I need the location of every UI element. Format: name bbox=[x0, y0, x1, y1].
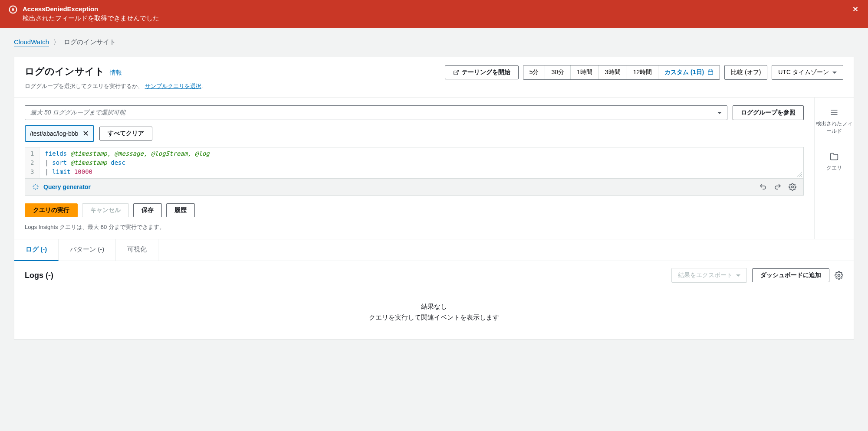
menu-icon bbox=[830, 108, 838, 117]
error-icon bbox=[9, 5, 17, 14]
chip-remove-button[interactable]: ✕ bbox=[82, 129, 89, 138]
redo-icon bbox=[774, 183, 782, 191]
time-3h[interactable]: 3時間 bbox=[599, 65, 627, 79]
error-banner: AccessDeniedException 検出されたフィールドを取得できません… bbox=[0, 0, 868, 28]
results-settings-button[interactable] bbox=[835, 271, 843, 280]
empty-state: 結果なし クエリを実行して関連イベントを表示します bbox=[14, 290, 854, 339]
chip-label: /test/abac/log-bbb bbox=[30, 130, 78, 137]
start-tailing-button[interactable]: テーリングを開始 bbox=[445, 65, 519, 79]
editor-gutter: 1 2 3 bbox=[25, 147, 39, 178]
settings-button[interactable] bbox=[789, 183, 796, 191]
gear-icon bbox=[835, 271, 843, 280]
folder-icon bbox=[830, 152, 838, 161]
undo-button[interactable] bbox=[759, 183, 767, 191]
error-title: AccessDeniedException bbox=[23, 5, 159, 13]
caret-down-icon bbox=[736, 274, 740, 277]
export-results-button[interactable]: 結果をエクスポート bbox=[671, 268, 747, 283]
compare-button[interactable]: 比較 (オフ) bbox=[724, 65, 767, 80]
query-generator-bar: Query generator bbox=[25, 179, 804, 196]
subtitle: ロググループを選択してクエリを実行するか、 サンプルクエリを選択. bbox=[25, 82, 203, 90]
browse-log-groups-button[interactable]: ロググループを参照 bbox=[733, 105, 804, 120]
info-link[interactable]: 情報 bbox=[110, 69, 122, 76]
breadcrumb-current: ログのインサイト bbox=[64, 38, 116, 46]
side-panel: 検出されたフィールド クエリ bbox=[815, 98, 854, 239]
error-close-button[interactable] bbox=[852, 5, 859, 13]
result-tabs: ログ (-) パターン (-) 可視化 bbox=[14, 239, 854, 261]
svg-point-2 bbox=[792, 186, 794, 188]
hint-text: Logs Insights クエリは、最大 60 分まで実行できます。 bbox=[25, 223, 804, 231]
tab-patterns[interactable]: パターン (-) bbox=[59, 239, 116, 261]
time-30m[interactable]: 30分 bbox=[545, 65, 571, 79]
timezone-select[interactable]: UTC タイムゾーン bbox=[772, 65, 843, 80]
editor-code[interactable]: fields @timestamp, @message, @logStream,… bbox=[39, 147, 803, 178]
empty-desc: クエリを実行して関連イベントを表示します bbox=[14, 313, 854, 322]
sample-query-link[interactable]: サンプルクエリを選択 bbox=[145, 83, 201, 89]
time-custom[interactable]: カスタム (1日) bbox=[658, 65, 720, 79]
query-generator-button[interactable]: Query generator bbox=[32, 183, 91, 190]
caret-down-icon bbox=[717, 112, 722, 114]
log-group-select[interactable]: 最大 50 ロググループまで選択可能 bbox=[25, 105, 727, 120]
external-icon bbox=[453, 69, 459, 75]
breadcrumb-root[interactable]: CloudWatch bbox=[14, 38, 49, 46]
add-to-dashboard-button[interactable]: ダッシュボードに追加 bbox=[752, 268, 829, 282]
error-message: 検出されたフィールドを取得できませんでした bbox=[23, 14, 159, 23]
query-editor[interactable]: 1 2 3 fields @timestamp, @message, @logS… bbox=[25, 147, 804, 179]
detected-fields-tab[interactable]: 検出されたフィールド bbox=[815, 108, 854, 135]
queries-tab[interactable]: クエリ bbox=[826, 152, 842, 172]
log-group-chip: /test/abac/log-bbb ✕ bbox=[25, 125, 94, 142]
tab-visualize[interactable]: 可視化 bbox=[116, 239, 158, 261]
cancel-button[interactable]: キャンセル bbox=[82, 203, 129, 217]
calendar-icon bbox=[707, 69, 713, 75]
empty-title: 結果なし bbox=[14, 303, 854, 311]
run-query-button[interactable]: クエリの実行 bbox=[25, 203, 78, 217]
sparkle-icon bbox=[32, 183, 39, 190]
results-title: Logs (-) bbox=[25, 271, 53, 280]
page-title: ログのインサイト bbox=[25, 65, 105, 78]
save-button[interactable]: 保存 bbox=[133, 203, 162, 217]
chevron-right-icon: 〉 bbox=[53, 39, 59, 46]
time-range-group: 5分 30分 1時間 3時間 12時間 カスタム (1日) bbox=[523, 65, 720, 80]
gear-icon bbox=[789, 183, 796, 191]
tab-logs[interactable]: ログ (-) bbox=[14, 239, 59, 261]
clear-all-button[interactable]: すべてクリア bbox=[99, 127, 152, 140]
time-1h[interactable]: 1時間 bbox=[571, 65, 599, 79]
resize-handle-icon[interactable] bbox=[796, 171, 802, 177]
undo-icon bbox=[759, 183, 767, 191]
time-12h[interactable]: 12時間 bbox=[627, 65, 659, 79]
svg-rect-1 bbox=[708, 70, 713, 75]
svg-point-3 bbox=[838, 274, 840, 277]
close-icon bbox=[852, 5, 859, 13]
caret-down-icon bbox=[832, 72, 837, 74]
redo-button[interactable] bbox=[774, 183, 782, 191]
breadcrumb: CloudWatch 〉 ログのインサイト bbox=[14, 38, 854, 46]
main-panel: ログのインサイト 情報 ロググループを選択してクエリを実行するか、 サンプルクエ… bbox=[14, 57, 854, 340]
history-button[interactable]: 履歴 bbox=[166, 203, 195, 217]
time-5m[interactable]: 5分 bbox=[523, 65, 546, 79]
